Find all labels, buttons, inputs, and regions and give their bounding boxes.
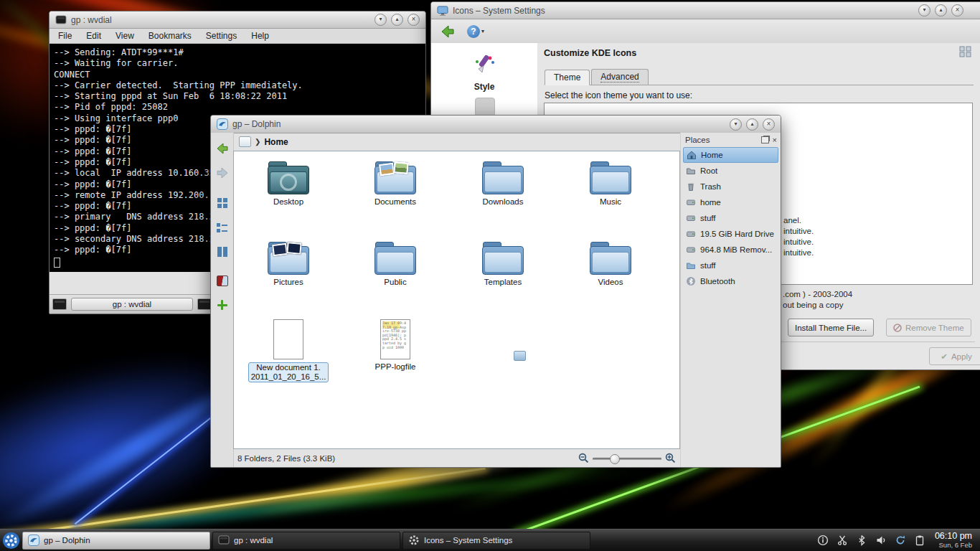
device-notifier-icon[interactable] — [817, 534, 829, 546]
task-dolphin[interactable]: gp – Dolphin — [22, 532, 210, 550]
split-view-icon — [217, 276, 228, 286]
tab-theme[interactable]: Theme — [545, 70, 590, 85]
maximize-button[interactable] — [935, 4, 947, 17]
places-item-home-dir[interactable]: home — [683, 194, 778, 210]
window-buttons — [730, 118, 775, 131]
menu-file[interactable]: File — [58, 31, 72, 41]
titlebar[interactable]: Icons – System Settings — [431, 2, 980, 19]
slider-handle[interactable] — [610, 454, 620, 464]
session-list-icon[interactable] — [197, 298, 212, 310]
slider-track[interactable] — [593, 458, 661, 460]
overview-grid-icon[interactable] — [959, 46, 972, 57]
menu-view[interactable]: View — [116, 31, 134, 41]
detach-icon[interactable] — [761, 136, 769, 143]
klipper-scissors-icon[interactable] — [837, 534, 848, 546]
zoom-out-icon[interactable] — [578, 453, 589, 463]
add-button[interactable] — [214, 296, 231, 314]
places-item-root[interactable]: Root — [683, 163, 778, 179]
maximize-button[interactable] — [391, 14, 403, 26]
close-icon[interactable]: × — [773, 136, 777, 143]
places-item-home[interactable]: Home — [683, 147, 778, 163]
back-button[interactable] — [438, 23, 457, 40]
sidebar-dimmed-icon — [475, 98, 495, 116]
bluetooth-icon — [686, 276, 696, 286]
back-icon — [440, 24, 456, 39]
window-buttons — [918, 4, 963, 17]
task-system-settings[interactable]: Icons – System Settings — [402, 532, 590, 550]
dolphin-window: gp – Dolphin ❯ Home — [210, 115, 781, 468]
bluetooth-icon[interactable] — [856, 534, 867, 546]
file-item-music[interactable]: Music — [567, 159, 654, 207]
minimize-button[interactable] — [730, 118, 742, 131]
minimize-button[interactable] — [374, 14, 387, 26]
session-tab[interactable]: gp : wvdial — [71, 298, 193, 311]
titlebar[interactable]: gp – Dolphin — [211, 116, 781, 133]
places-item-stuff-2[interactable]: stuff — [683, 258, 778, 273]
folder-icon — [482, 161, 524, 194]
file-item-public[interactable]: Public — [352, 239, 438, 287]
tab-advanced[interactable]: Advanced — [591, 69, 648, 85]
zoom-slider[interactable] — [593, 453, 661, 463]
close-button[interactable] — [407, 14, 420, 26]
file-item-new-document[interactable]: New document 1. 2011_01_20_16_5... — [245, 315, 331, 382]
split-view-button[interactable] — [214, 272, 231, 289]
file-item-videos[interactable]: Videos — [567, 239, 654, 287]
window-buttons — [374, 14, 420, 26]
file-item-downloads[interactable]: Downloads — [460, 159, 546, 207]
chevron-down-icon: ▾ — [481, 28, 484, 34]
folder-view[interactable]: Desktop Documents Downloads Music Pictur… — [233, 151, 680, 449]
breadcrumb-home[interactable]: Home — [264, 137, 288, 147]
forward-button[interactable] — [214, 164, 231, 182]
monitor-icon — [437, 5, 448, 17]
file-item-documents[interactable]: Documents — [352, 159, 438, 207]
menu-bookmarks[interactable]: Bookmarks — [149, 31, 192, 41]
places-item-stuff[interactable]: stuff — [683, 210, 778, 226]
sidebar-item-style[interactable]: Style — [431, 53, 537, 92]
kickoff-icon[interactable] — [2, 532, 20, 550]
sync-icon[interactable] — [895, 534, 906, 546]
install-theme-button[interactable]: Install Theme File... — [788, 319, 874, 336]
columns-view-icon — [217, 247, 227, 257]
add-icon — [217, 300, 227, 310]
columns-view-button[interactable] — [214, 243, 231, 260]
zoom-in-icon[interactable] — [665, 453, 676, 463]
places-item-trash[interactable]: Trash — [683, 179, 778, 194]
file-item-ppp-logfile[interactable]: Jan 17 09:47:18 gp-Aspire-5738 pppd[1946… — [352, 315, 438, 372]
minimize-button[interactable] — [918, 4, 930, 17]
menu-settings[interactable]: Settings — [206, 31, 237, 41]
places-tools: × — [761, 136, 777, 143]
close-button[interactable] — [763, 118, 775, 131]
clock[interactable]: 06:10 pm Sun, 6 Feb — [935, 532, 972, 549]
breadcrumb: ❯ Home — [233, 133, 680, 151]
details-view-button[interactable] — [214, 219, 231, 236]
places-item-bluetooth[interactable]: Bluetooth — [683, 273, 778, 289]
volume-icon[interactable] — [875, 534, 887, 546]
file-item-desktop[interactable]: Desktop — [245, 159, 331, 207]
new-session-icon[interactable] — [52, 298, 67, 310]
close-button[interactable] — [951, 4, 963, 17]
apply-button[interactable]: ✔ Apply — [929, 347, 980, 365]
file-item-pictures[interactable]: Pictures — [245, 239, 331, 287]
task-wvdial[interactable]: gp : wvdial — [212, 532, 400, 550]
file-item-templates[interactable]: Templates — [460, 239, 546, 287]
places-item-hard-drive[interactable]: 19.5 GiB Hard Drive — [683, 226, 778, 242]
drive-icon — [686, 229, 696, 239]
back-button[interactable] — [214, 140, 231, 157]
menu-help[interactable]: Help — [251, 31, 269, 41]
places-selector-icon[interactable] — [239, 136, 251, 147]
remove-theme-button[interactable]: Remove Theme — [886, 319, 971, 336]
icons-view-button[interactable] — [214, 194, 231, 212]
maximize-button[interactable] — [746, 118, 758, 131]
trash-icon — [686, 182, 696, 192]
task-label: Icons – System Settings — [424, 536, 512, 545]
clipboard-icon[interactable] — [914, 534, 925, 546]
menu-edit[interactable]: Edit — [86, 31, 101, 41]
style-brush-icon — [472, 53, 496, 76]
titlebar[interactable]: gp : wvdial — [50, 11, 425, 29]
places-item-removable[interactable]: 964.8 MiB Remov... — [683, 242, 778, 258]
stray-file-icon — [514, 351, 526, 361]
clock-date: Sun, 6 Feb — [935, 542, 972, 549]
file-item-label: Documents — [352, 197, 438, 207]
terminal-icon — [55, 14, 67, 26]
help-button[interactable]: ? ▾ — [467, 25, 484, 38]
